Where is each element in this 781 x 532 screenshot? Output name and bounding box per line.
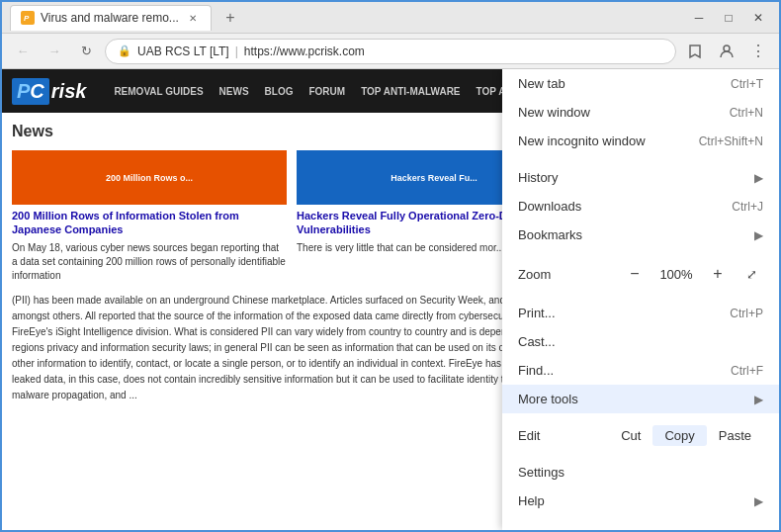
- nav-blog[interactable]: BLOG: [257, 86, 302, 97]
- site-logo: PC risk: [12, 78, 86, 105]
- new-tab-button[interactable]: +: [217, 5, 243, 31]
- news-card-1-img: 200 Million Rows o...: [12, 150, 287, 205]
- zoom-value: 100%: [656, 267, 696, 282]
- maximize-button[interactable]: □: [716, 8, 741, 28]
- profile-icon[interactable]: [714, 39, 739, 64]
- address-bar: ← → ↻ 🔒 UAB RCS LT [LT] | https://www.pc…: [2, 34, 779, 69]
- menu-item-print-label: Print...: [518, 306, 556, 320]
- url-separator: |: [235, 44, 238, 58]
- menu-item-zoom: Zoom − 100% + ⤢: [502, 257, 779, 291]
- chrome-menu-button[interactable]: ⋮: [745, 39, 771, 64]
- title-bar: P Virus and malware remo... ✕ + ─ □ ✕: [2, 2, 779, 34]
- bookmark-button[interactable]: [682, 39, 708, 64]
- zoom-fullscreen-button[interactable]: ⤢: [739, 262, 763, 286]
- menu-item-exit[interactable]: Exit Ctrl+Shift+Q: [502, 523, 779, 530]
- menu-item-incognito-label: New incognito window: [518, 133, 646, 148]
- menu-item-settings-label: Settings: [518, 465, 564, 480]
- cut-button[interactable]: Cut: [609, 425, 652, 446]
- chrome-context-menu: New tab Ctrl+T New window Ctrl+N New inc…: [502, 69, 779, 530]
- nav-forum[interactable]: FORUM: [301, 86, 353, 97]
- menu-item-bookmarks-label: Bookmarks: [518, 227, 582, 242]
- menu-item-incognito[interactable]: New incognito window Ctrl+Shift+N: [502, 127, 779, 155]
- close-button[interactable]: ✕: [745, 8, 771, 28]
- logo-pc: PC: [17, 80, 44, 103]
- browser-tab[interactable]: P Virus and malware remo... ✕: [10, 5, 212, 31]
- menu-item-new-tab[interactable]: New tab Ctrl+T: [502, 69, 779, 98]
- news-card-2-img-text: Hackers Reveal Fu...: [390, 173, 477, 183]
- menu-item-more-tools-arrow: ▶: [754, 393, 763, 406]
- menu-item-new-tab-shortcut: Ctrl+T: [731, 77, 763, 91]
- news-grid: 200 Million Rows o... 200 Million Rows o…: [12, 150, 571, 283]
- reload-button[interactable]: ↻: [73, 39, 99, 64]
- menu-item-new-window-shortcut: Ctrl+N: [730, 106, 763, 120]
- menu-item-bookmarks-arrow: ▶: [754, 228, 763, 242]
- nav-news[interactable]: NEWS: [212, 86, 257, 97]
- content-left: News 200 Million Rows o... 200 Million R…: [2, 113, 581, 530]
- tab-title: Virus and malware remo...: [41, 11, 179, 25]
- minimize-button[interactable]: ─: [686, 8, 712, 28]
- news-card-1-text: On May 18, various cyber news sources be…: [12, 241, 287, 283]
- url-display: https://www.pcrisk.com: [244, 44, 365, 58]
- menu-item-new-tab-label: New tab: [518, 76, 565, 91]
- back-button[interactable]: ←: [10, 39, 36, 64]
- menu-item-print[interactable]: Print... Ctrl+P: [502, 299, 779, 327]
- url-bar[interactable]: 🔒 UAB RCS LT [LT] | https://www.pcrisk.c…: [105, 39, 676, 64]
- menu-item-find-label: Find...: [518, 363, 554, 378]
- edit-label: Edit: [518, 428, 609, 443]
- secure-label: UAB RCS LT [LT]: [137, 44, 229, 58]
- news-card-1: 200 Million Rows o... 200 Million Rows o…: [12, 150, 287, 283]
- menu-item-bookmarks[interactable]: Bookmarks ▶: [502, 221, 779, 249]
- menu-item-downloads-shortcut: Ctrl+J: [732, 200, 763, 214]
- news-heading: News: [12, 123, 571, 140]
- news-card-1-img-text: 200 Million Rows o...: [106, 173, 193, 183]
- zoom-in-button[interactable]: +: [706, 262, 730, 286]
- menu-item-history-arrow: ▶: [754, 171, 763, 185]
- svg-text:P: P: [24, 14, 30, 23]
- menu-item-more-tools[interactable]: More tools ▶: [502, 385, 779, 413]
- menu-item-help[interactable]: Help ▶: [502, 487, 779, 515]
- article-body: (PII) has been made available on an unde…: [12, 293, 571, 403]
- nav-removal-guides[interactable]: REMOVAL GUIDES: [106, 86, 211, 97]
- menu-edit-row: Edit Cut Copy Paste: [502, 421, 779, 450]
- tab-close-button[interactable]: ✕: [185, 10, 201, 26]
- menu-item-incognito-shortcut: Ctrl+Shift+N: [699, 134, 763, 148]
- menu-item-print-shortcut: Ctrl+P: [730, 307, 763, 320]
- browser-window: P Virus and malware remo... ✕ + ─ □ ✕ ← …: [0, 0, 781, 532]
- content-area: PC risk REMOVAL GUIDES NEWS BLOG FORUM T…: [2, 69, 779, 530]
- copy-button[interactable]: Copy: [652, 425, 706, 446]
- menu-item-cast-label: Cast...: [518, 334, 556, 349]
- tab-favicon: P: [21, 11, 35, 25]
- logo-risk: risk: [51, 80, 87, 103]
- nav-antimalware[interactable]: TOP ANTI-MALWARE: [353, 86, 468, 97]
- menu-item-cast[interactable]: Cast...: [502, 327, 779, 356]
- zoom-controls: − 100% + ⤢: [623, 262, 763, 286]
- menu-item-new-window-label: New window: [518, 105, 590, 120]
- zoom-label: Zoom: [518, 267, 551, 282]
- svg-point-2: [724, 45, 730, 51]
- menu-item-more-tools-label: More tools: [518, 392, 578, 406]
- news-card-1-title: 200 Million Rows of Information Stolen f…: [12, 209, 287, 237]
- paste-button[interactable]: Paste: [707, 425, 763, 446]
- menu-item-new-window[interactable]: New window Ctrl+N: [502, 98, 779, 127]
- menu-item-history-label: History: [518, 170, 558, 185]
- zoom-out-button[interactable]: −: [623, 262, 647, 286]
- menu-item-help-arrow: ▶: [754, 494, 763, 508]
- secure-icon: 🔒: [118, 44, 131, 57]
- menu-item-find-shortcut: Ctrl+F: [731, 364, 763, 378]
- menu-item-downloads-label: Downloads: [518, 199, 581, 214]
- menu-item-find[interactable]: Find... Ctrl+F: [502, 356, 779, 385]
- forward-button[interactable]: →: [42, 39, 67, 64]
- window-controls: ─ □ ✕: [686, 8, 771, 28]
- menu-item-downloads[interactable]: Downloads Ctrl+J: [502, 192, 779, 221]
- menu-item-history[interactable]: History ▶: [502, 163, 779, 192]
- menu-item-settings[interactable]: Settings: [502, 458, 779, 487]
- menu-item-help-label: Help: [518, 493, 545, 508]
